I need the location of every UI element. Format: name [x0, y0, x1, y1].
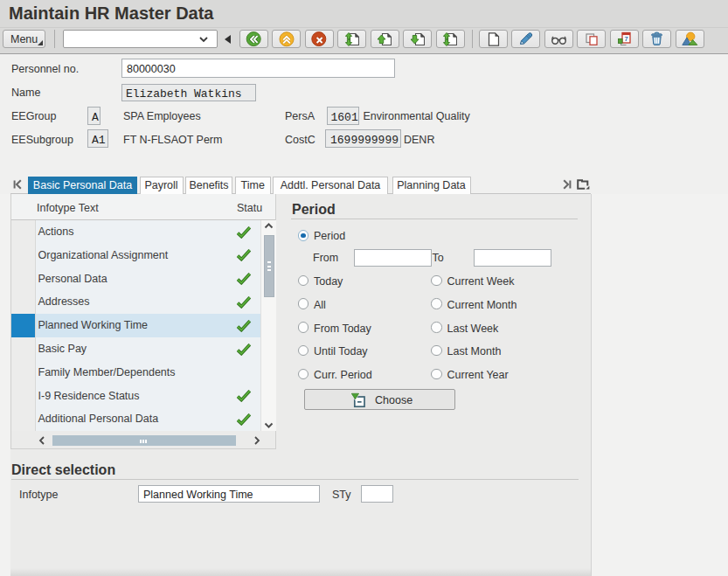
svg-text:7: 7 — [624, 35, 627, 43]
